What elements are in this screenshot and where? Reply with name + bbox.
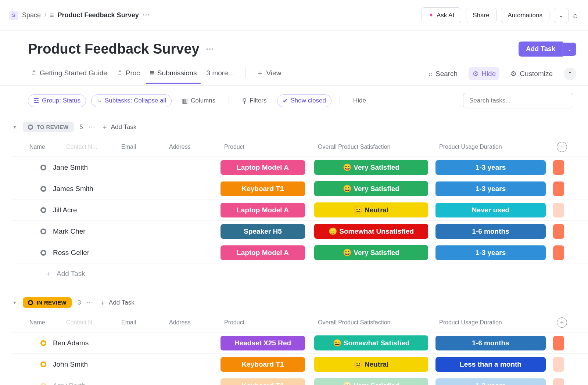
breadcrumb-page[interactable]: Product Feedback Survey bbox=[58, 11, 139, 19]
tab-getting-started[interactable]: 🗒Getting Started Guide bbox=[31, 69, 107, 84]
product-pill[interactable]: Laptop Model A bbox=[220, 245, 305, 260]
table-row[interactable]: James Smith Keyboard T1 😄 Very Satisfied… bbox=[12, 178, 588, 199]
status-dot-icon[interactable] bbox=[40, 207, 46, 213]
task-name[interactable]: John Smith bbox=[53, 360, 88, 368]
breadcrumb-more-icon[interactable]: ··· bbox=[143, 11, 150, 19]
overflow-pill[interactable] bbox=[553, 181, 564, 196]
group-add-task[interactable]: ＋Add Task bbox=[99, 298, 135, 307]
col-name[interactable]: Name bbox=[29, 144, 66, 150]
table-row[interactable]: Ben Adams Headset X25 Red 😄 Somewhat Sat… bbox=[12, 332, 588, 354]
status-dot-icon[interactable] bbox=[40, 186, 46, 192]
status-pill[interactable]: IN REVIEW bbox=[23, 297, 72, 308]
overflow-pill[interactable] bbox=[553, 245, 564, 260]
add-view-button[interactable]: ＋View bbox=[257, 68, 282, 84]
row-add-task[interactable]: ＋Add Task bbox=[12, 263, 588, 284]
hide-button[interactable]: ⚙Hide bbox=[469, 67, 499, 80]
duration-pill[interactable]: 1-6 months bbox=[435, 224, 546, 239]
search-input[interactable] bbox=[463, 93, 573, 108]
ask-ai-button[interactable]: ✦ Ask AI bbox=[422, 7, 461, 23]
table-row[interactable]: John Smith Keyboard T1 😐 Neutral Less th… bbox=[12, 354, 588, 375]
collapse-icon[interactable]: ▼ bbox=[12, 300, 17, 305]
product-pill[interactable]: Keyboard T1 bbox=[220, 357, 305, 372]
search-button[interactable]: ⌕Search bbox=[425, 68, 461, 80]
duration-pill[interactable]: 1-3 years bbox=[435, 245, 546, 260]
product-pill[interactable]: Keyboard T1 bbox=[220, 378, 305, 385]
table-row[interactable]: Mark Cher Speaker H5 😞 Somewhat Unsatisf… bbox=[12, 221, 588, 242]
task-name[interactable]: Jill Acre bbox=[53, 206, 77, 214]
hide-chip[interactable]: Hide bbox=[348, 95, 371, 107]
satisfaction-pill[interactable]: 😐 Neutral bbox=[314, 357, 428, 372]
duration-pill[interactable]: Less than a month bbox=[435, 357, 546, 372]
automations-button[interactable]: Automations bbox=[501, 8, 550, 23]
task-name[interactable]: Jane Smith bbox=[53, 163, 88, 172]
overflow-pill[interactable] bbox=[553, 357, 564, 372]
status-dot-icon[interactable] bbox=[40, 250, 46, 256]
overflow-pill[interactable] bbox=[553, 336, 564, 350]
satisfaction-pill[interactable]: 😐 Neutral bbox=[314, 202, 428, 217]
status-pill[interactable]: TO REVIEW bbox=[23, 122, 74, 132]
col-product[interactable]: Product bbox=[224, 144, 318, 150]
task-name[interactable]: Ross Geller bbox=[53, 249, 89, 257]
columns-chip[interactable]: ▥Columns bbox=[177, 95, 220, 107]
col-satisfaction[interactable]: Overall Product Satisfaction bbox=[318, 319, 439, 326]
satisfaction-pill[interactable]: 😞 Somewhat Unsatisfied bbox=[314, 224, 428, 239]
tab-more[interactable]: 3 more... bbox=[207, 69, 234, 84]
satisfaction-pill[interactable]: 😄 Somewhat Satisfied bbox=[314, 335, 428, 350]
status-dot-icon[interactable] bbox=[40, 229, 46, 234]
col-address[interactable]: Address bbox=[169, 319, 224, 326]
subtasks-chip[interactable]: ⤷Subtasks: Collapse all bbox=[91, 94, 172, 107]
group-more-icon[interactable]: ··· bbox=[87, 300, 93, 306]
status-dot-icon[interactable] bbox=[40, 361, 46, 367]
task-name[interactable]: Amy Perth bbox=[53, 382, 86, 385]
show-closed-chip[interactable]: ✔Show closed bbox=[277, 94, 331, 107]
overflow-pill[interactable] bbox=[553, 160, 564, 175]
duration-pill[interactable]: Never used bbox=[435, 203, 546, 217]
add-task-dropdown[interactable]: ⌄ bbox=[563, 43, 576, 56]
status-dot-icon[interactable] bbox=[40, 165, 46, 170]
status-dot-icon[interactable] bbox=[40, 340, 46, 346]
satisfaction-pill[interactable]: 😄 Very Satisfied bbox=[314, 181, 428, 196]
product-pill[interactable]: Laptop Model A bbox=[220, 160, 305, 175]
col-email[interactable]: Email bbox=[121, 144, 169, 150]
tab-submissions[interactable]: ≣Submissions bbox=[150, 69, 197, 84]
global-search-icon[interactable]: ⌕ bbox=[573, 11, 578, 20]
duration-pill[interactable]: 1-3 years bbox=[435, 378, 546, 385]
satisfaction-pill[interactable]: 😄 Very Satisfied bbox=[314, 378, 428, 385]
customize-button[interactable]: ⚙Customize bbox=[507, 67, 556, 80]
duration-pill[interactable]: 1-3 years bbox=[435, 181, 546, 196]
product-pill[interactable]: Headset X25 Red bbox=[220, 336, 305, 350]
space-badge[interactable]: S bbox=[9, 11, 18, 20]
product-pill[interactable]: Laptop Model A bbox=[220, 203, 305, 217]
page-more-icon[interactable]: ··· bbox=[206, 45, 215, 53]
group-chip[interactable]: ☲Group: Status bbox=[28, 94, 86, 107]
col-contact[interactable]: Contact N... bbox=[66, 319, 121, 326]
satisfaction-pill[interactable]: 😄 Very Satisfied bbox=[314, 245, 428, 260]
group-more-icon[interactable]: ··· bbox=[89, 124, 96, 130]
col-email[interactable]: Email bbox=[121, 319, 169, 326]
table-row[interactable]: Ross Geller Laptop Model A 😄 Very Satisf… bbox=[12, 242, 588, 263]
duration-pill[interactable]: 1-3 years bbox=[435, 160, 546, 175]
duration-pill[interactable]: 1-6 months bbox=[435, 336, 546, 350]
col-satisfaction[interactable]: Overall Product Satisfaction bbox=[318, 144, 439, 150]
product-pill[interactable]: Keyboard T1 bbox=[220, 181, 305, 196]
share-button[interactable]: Share bbox=[466, 8, 496, 23]
table-row[interactable]: Jill Acre Laptop Model A 😐 Neutral Never… bbox=[12, 199, 588, 221]
col-name[interactable]: Name bbox=[29, 319, 66, 326]
status-dot-icon[interactable] bbox=[40, 383, 46, 385]
tab-proc[interactable]: 🗒Proc bbox=[117, 69, 140, 84]
space-label[interactable]: Space bbox=[22, 11, 41, 19]
collapse-button[interactable]: ⌃ bbox=[564, 68, 576, 80]
task-name[interactable]: Ben Adams bbox=[53, 339, 89, 347]
col-duration[interactable]: Product Usage Duration bbox=[439, 144, 557, 150]
overflow-pill[interactable] bbox=[553, 224, 564, 239]
collapse-icon[interactable]: ▼ bbox=[12, 125, 17, 130]
col-contact[interactable]: Contact N... bbox=[66, 144, 121, 150]
satisfaction-pill[interactable]: 😄 Very Satisfied bbox=[314, 160, 428, 175]
automations-dropdown[interactable]: ⌄ bbox=[554, 8, 569, 23]
product-pill[interactable]: Speaker H5 bbox=[220, 224, 305, 239]
overflow-pill[interactable] bbox=[553, 203, 564, 217]
col-address[interactable]: Address bbox=[169, 144, 224, 150]
filters-chip[interactable]: ⚲Filters bbox=[237, 95, 272, 107]
group-add-task[interactable]: ＋Add Task bbox=[101, 123, 137, 132]
col-product[interactable]: Product bbox=[224, 319, 318, 326]
